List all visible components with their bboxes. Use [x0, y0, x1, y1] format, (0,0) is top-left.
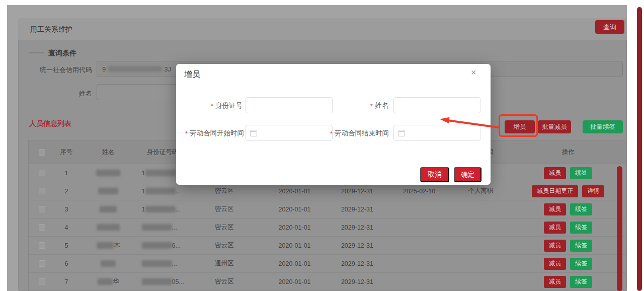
row-checkbox[interactable]	[39, 188, 45, 194]
required-mark: *	[370, 102, 373, 110]
cell-actions: 减员续签	[511, 219, 625, 236]
id-redaction	[142, 242, 172, 249]
cell-seq: 6	[56, 255, 77, 272]
cell-name: 华	[77, 273, 140, 290]
query-button[interactable]: 查询	[595, 20, 624, 34]
id-prefix: 1	[142, 206, 145, 213]
cell-remove-date	[388, 273, 450, 290]
table-row: 6 ... 通州区 2020-01-01 2029-12-31 减员续签	[29, 255, 625, 273]
cell-contract-start: 2020-01-01	[263, 237, 326, 254]
row-action-button[interactable]: 续签	[570, 222, 592, 234]
cell-remove-reason	[450, 237, 512, 254]
table-scrollbar[interactable]	[617, 166, 622, 291]
page-scrollbar[interactable]	[637, 7, 642, 291]
cell-remove-reason	[450, 255, 512, 272]
cell-name	[77, 164, 140, 182]
row-checkbox[interactable]	[39, 170, 45, 176]
credit-code-redaction	[108, 66, 162, 72]
id-suffix: ...	[172, 260, 177, 267]
cancel-button[interactable]: 取消	[420, 167, 449, 182]
calendar-icon	[398, 130, 405, 136]
row-action-button[interactable]: 续签	[570, 167, 592, 179]
row-action-button[interactable]: 续签	[570, 240, 592, 252]
cell-seq: 4	[56, 219, 77, 236]
row-action-button[interactable]: 减员	[544, 276, 566, 288]
row-checkbox[interactable]	[39, 206, 45, 212]
modal-id-input[interactable]	[246, 97, 333, 113]
credit-code-value-start: 9	[102, 65, 106, 73]
cell-remove-date	[388, 200, 450, 218]
cell-id-number: 05...	[140, 273, 186, 290]
id-suffix: ...	[176, 188, 181, 195]
table-row: 4 ... 密云区 2020-01-01 2029-12-31 减员续签	[29, 219, 625, 237]
row-action-button[interactable]: 减员	[544, 240, 566, 252]
id-suffix: ...	[176, 206, 181, 213]
select-all-checkbox[interactable]	[39, 149, 45, 156]
cell-region: 密云区	[185, 219, 263, 236]
cell-remove-date: 2025-02-10	[388, 182, 450, 200]
modal-title: 增员	[184, 69, 200, 80]
row-action-button[interactable]: 减员	[544, 167, 566, 179]
name-redaction	[96, 170, 120, 176]
cell-actions: 减员续签	[511, 273, 625, 290]
name-filter-label: 姓名	[20, 89, 92, 98]
cell-remove-reason	[450, 273, 512, 290]
modal-contract-start-input[interactable]	[246, 125, 333, 141]
row-action-button[interactable]: 续签	[570, 258, 592, 270]
cell-remove-date	[388, 237, 450, 254]
annotation-highlight-box	[499, 114, 538, 137]
cell-contract-start: 2020-01-01	[263, 219, 326, 236]
table-row: 2 1... 密云区 2020-01-01 2029-12-31 2025-02…	[29, 182, 625, 200]
id-prefix: 1	[142, 170, 145, 177]
confirm-button[interactable]: 确定	[454, 167, 481, 182]
modal-id-label: * 身份证号	[176, 97, 243, 114]
cell-name: 木	[77, 237, 140, 254]
id-prefix: 1	[142, 188, 145, 195]
id-redaction	[142, 260, 172, 267]
name-redaction	[97, 224, 120, 231]
select-all-cell	[29, 140, 56, 164]
cell-name	[77, 219, 140, 236]
cell-contract-end: 2029-12-31	[326, 273, 388, 290]
row-checkbox[interactable]	[39, 224, 45, 231]
row-checkbox[interactable]	[39, 260, 45, 267]
row-action-button[interactable]: 续签	[570, 276, 592, 288]
cell-contract-start: 2020-01-01	[263, 182, 326, 200]
row-action-button[interactable]: 续签	[570, 203, 592, 215]
row-action-button[interactable]: 详情	[582, 185, 604, 197]
name-redaction	[98, 278, 113, 285]
id-redaction	[142, 278, 172, 285]
id-redaction	[145, 170, 176, 176]
row-checkbox[interactable]	[39, 242, 45, 249]
cell-region: 密云区	[185, 200, 263, 218]
row-action-button[interactable]: 减员	[544, 258, 566, 270]
query-section-title: 查询条件	[48, 49, 76, 58]
cell-contract-start: 2020-01-01	[263, 200, 326, 218]
required-mark: *	[330, 130, 333, 137]
table-row: 5 木 6... 密云区 2020-01-01 2029-12-31 减员续签	[29, 237, 625, 255]
modal-contract-start-label: * 劳动合同开始时间	[176, 125, 244, 142]
cell-region: 密云区	[185, 237, 263, 254]
screenshot-root: { "app": { "title": "用工关系维护", "query_but…	[0, 0, 644, 291]
name-redaction	[101, 260, 116, 267]
cell-contract-end: 2029-12-31	[326, 219, 388, 236]
cell-id-number: 1...	[140, 200, 186, 218]
row-action-button[interactable]: 减员日期更正	[532, 185, 578, 197]
cell-seq: 2	[56, 182, 77, 200]
cell-region: 密云区	[185, 273, 263, 290]
row-action-button[interactable]: 减员	[544, 203, 566, 215]
batch-remove-button[interactable]: 批量减员	[538, 120, 571, 133]
section-divider	[85, 53, 619, 53]
modal-name-input[interactable]	[393, 97, 480, 113]
header-name: 姓名	[77, 140, 140, 164]
cell-remove-reason: 个人离职	[450, 182, 512, 200]
cell-region: 通州区	[185, 255, 263, 272]
batch-renew-button[interactable]: 批量续签	[583, 120, 623, 133]
name-redaction	[98, 188, 118, 194]
cell-region: 密云区	[185, 182, 263, 200]
row-checkbox[interactable]	[39, 278, 45, 285]
cell-actions: 减员续签	[511, 200, 625, 218]
close-icon[interactable]: ×	[471, 68, 476, 77]
cell-actions: 减员日期更正详情	[511, 182, 625, 200]
row-action-button[interactable]: 减员	[544, 222, 566, 234]
